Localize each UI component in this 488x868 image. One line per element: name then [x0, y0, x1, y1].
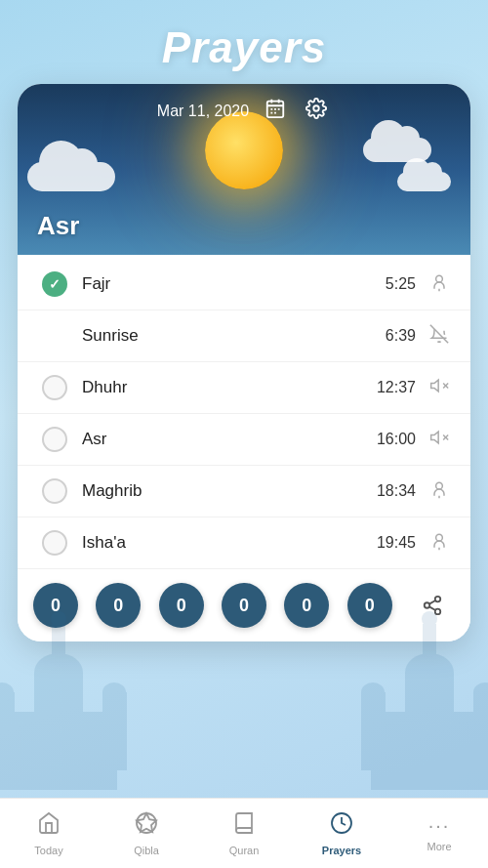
svg-rect-1 — [34, 673, 83, 717]
prayer-list: Fajr 5:25 Sunrise 6:39 — [18, 255, 470, 568]
calendar-icon — [264, 98, 286, 119]
svg-point-43 — [435, 609, 441, 615]
nav-quran-label: Quran — [229, 845, 260, 856]
main-card: Mar 11, 2020 Asr — [18, 84, 470, 641]
asr-notif-icon[interactable] — [427, 428, 451, 452]
tasbih-btn-3[interactable]: 0 — [222, 583, 266, 628]
ishaa-check[interactable] — [37, 530, 72, 556]
prayer-row-maghrib[interactable]: Maghrib 18:34 — [18, 466, 470, 517]
dhuhr-notif-icon[interactable] — [427, 376, 451, 400]
bottom-nav: Today Qibla Quran Prayers ··· — [0, 798, 488, 868]
ishaa-notif-icon[interactable] — [427, 531, 451, 556]
maghrib-notif-icon[interactable] — [427, 479, 451, 504]
svg-point-28 — [436, 275, 443, 282]
nav-more-label: More — [427, 841, 451, 852]
svg-point-41 — [435, 597, 441, 602]
dhuhr-name: Dhuhr — [82, 378, 377, 397]
sunrise-time: 6:39 — [386, 327, 416, 345]
ishaa-time: 19:45 — [377, 534, 416, 552]
maghrib-name: Maghrib — [82, 481, 377, 501]
fajr-checkmark — [42, 271, 67, 297]
ishaa-name: Isha'a — [82, 533, 377, 553]
svg-rect-7 — [102, 692, 127, 770]
asr-name: Asr — [82, 430, 377, 449]
nav-more-icon: ··· — [428, 814, 451, 837]
asr-circle — [42, 427, 67, 452]
nav-prayers[interactable]: Prayers — [293, 804, 390, 864]
tasbih-btn-4[interactable]: 0 — [284, 583, 329, 628]
svg-rect-9 — [371, 712, 488, 790]
prayer-row-sunrise[interactable]: Sunrise 6:39 — [18, 310, 470, 362]
tasbih-btn-1[interactable]: 0 — [96, 583, 141, 628]
tasbih-btn-0[interactable]: 0 — [33, 583, 78, 628]
svg-line-30 — [430, 324, 448, 342]
svg-line-45 — [429, 600, 435, 604]
dhuhr-time: 12:37 — [377, 379, 416, 396]
share-icon — [422, 595, 443, 616]
nav-qibla-label: Qibla — [134, 845, 159, 856]
date-bar: Mar 11, 2020 — [18, 96, 470, 126]
svg-rect-10 — [405, 673, 454, 717]
sunrise-notif-icon[interactable] — [427, 324, 451, 349]
svg-point-37 — [436, 482, 443, 489]
sky-header: Mar 11, 2020 Asr — [18, 84, 470, 255]
svg-marker-31 — [431, 380, 439, 392]
nav-quran-icon — [232, 811, 256, 841]
svg-point-42 — [425, 602, 430, 608]
cloud-left — [27, 162, 115, 191]
svg-line-44 — [429, 606, 435, 610]
dhuhr-circle — [42, 375, 67, 400]
tasbih-row: 0 0 0 0 0 0 — [18, 568, 470, 641]
svg-point-6 — [0, 682, 14, 702]
nav-qibla[interactable]: Qibla — [98, 804, 195, 864]
maghrib-check[interactable] — [37, 478, 72, 504]
maghrib-circle — [42, 478, 67, 504]
fajr-notif-icon[interactable] — [427, 272, 451, 297]
tasbih-btn-2[interactable]: 0 — [159, 583, 204, 628]
prayer-row-fajr[interactable]: Fajr 5:25 — [18, 259, 470, 310]
svg-point-8 — [102, 682, 126, 702]
nav-qibla-icon — [135, 811, 158, 841]
prayer-row-ishaa[interactable]: Isha'a 19:45 — [18, 517, 470, 568]
nav-more[interactable]: ··· More — [390, 806, 488, 860]
svg-rect-0 — [0, 712, 117, 790]
nav-today-label: Today — [34, 845, 62, 856]
calendar-button[interactable] — [261, 96, 290, 126]
share-button[interactable] — [410, 583, 455, 628]
maghrib-time: 18:34 — [377, 482, 416, 500]
current-prayer-label: Asr — [37, 211, 79, 241]
nav-quran[interactable]: Quran — [195, 804, 293, 864]
tasbih-btn-5[interactable]: 0 — [347, 583, 392, 628]
fajr-time: 5:25 — [386, 275, 416, 293]
nav-today-icon — [37, 811, 61, 841]
settings-icon — [305, 98, 327, 119]
svg-point-39 — [436, 534, 443, 541]
cloud-right2 — [397, 172, 451, 191]
svg-rect-16 — [473, 692, 488, 770]
page-title: Prayers — [0, 0, 488, 84]
svg-rect-5 — [0, 692, 15, 770]
nav-prayers-icon — [330, 811, 353, 841]
dhuhr-check[interactable] — [37, 375, 72, 400]
fajr-name: Fajr — [82, 274, 386, 294]
svg-marker-34 — [431, 432, 439, 443]
svg-point-27 — [313, 105, 319, 111]
current-date: Mar 11, 2020 — [157, 103, 249, 120]
ishaa-circle — [42, 530, 67, 556]
fajr-check[interactable] — [37, 271, 72, 297]
svg-rect-14 — [361, 692, 386, 770]
nav-prayers-label: Prayers — [322, 845, 361, 856]
sunrise-name: Sunrise — [82, 326, 386, 346]
prayer-row-asr[interactable]: Asr 16:00 — [18, 414, 470, 466]
svg-point-15 — [361, 682, 385, 702]
svg-point-17 — [473, 682, 488, 702]
asr-check[interactable] — [37, 427, 72, 452]
sunrise-check — [37, 323, 72, 349]
prayer-row-dhuhr[interactable]: Dhuhr 12:37 — [18, 362, 470, 414]
svg-point-2 — [34, 653, 83, 692]
nav-today[interactable]: Today — [0, 804, 98, 864]
asr-time: 16:00 — [377, 431, 416, 448]
svg-point-11 — [405, 653, 454, 692]
settings-button[interactable] — [302, 96, 331, 126]
